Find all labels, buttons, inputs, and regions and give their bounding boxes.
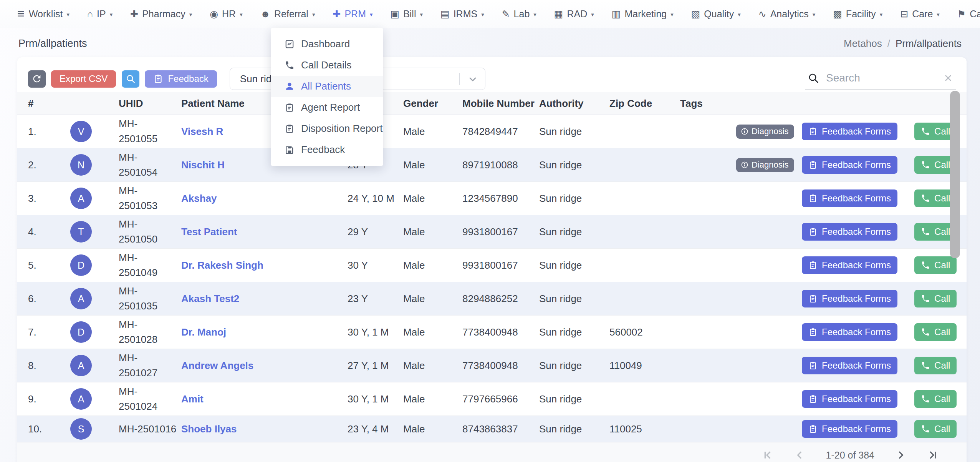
avatar: A [70, 288, 92, 309]
table-row: 6.AMH- 2501035Akash Test223 YMale8294886… [17, 282, 967, 316]
phone-icon [921, 294, 930, 303]
call-button[interactable]: Call [914, 357, 957, 374]
dashboard-chart-icon [285, 39, 295, 49]
last-page-icon[interactable] [927, 449, 939, 461]
patient-name-link[interactable]: Dr. Manoj [181, 326, 348, 338]
row-index: 9. [28, 393, 70, 405]
nav-item-referral[interactable]: ☻Referral▾ [260, 8, 315, 20]
nav-item-hr[interactable]: ◉HR▾ [210, 8, 242, 20]
search-button[interactable] [122, 70, 139, 88]
breadcrumb-root[interactable]: Metahos [844, 38, 882, 50]
feedback-forms-button[interactable]: Feedback Forms [802, 323, 897, 341]
menu-item-call-details[interactable]: Call Details [271, 55, 383, 76]
nav-item-worklist[interactable]: ≣Worklist▾ [17, 8, 70, 20]
table-row: 10.SMH-2501016Shoeb Ilyas23 Y, 4 MMale87… [17, 416, 967, 442]
gender-cell: Male [403, 126, 462, 138]
row-index: 4. [28, 226, 70, 238]
refresh-button[interactable] [28, 70, 46, 88]
close-icon[interactable] [943, 73, 954, 83]
nav-item-care[interactable]: ⊟Care▾ [900, 8, 940, 20]
nav-item-lab[interactable]: ✎Lab▾ [502, 8, 536, 20]
first-page-icon[interactable] [761, 449, 774, 461]
next-page-icon[interactable] [894, 449, 907, 461]
patient-name-link[interactable]: Amit [181, 393, 348, 405]
uhid-cell: MH- 2501049 [119, 250, 181, 280]
info-icon [741, 161, 748, 169]
row-actions: Feedback FormsCall [795, 290, 949, 307]
export-csv-button[interactable]: Export CSV [51, 70, 116, 88]
phone-icon [921, 327, 930, 337]
feedback-forms-button[interactable]: Feedback Forms [802, 390, 897, 408]
search-input[interactable] [826, 72, 936, 84]
table-row: 7.DMH- 2501028Dr. Manoj30 Y, 1 MMale7738… [17, 316, 967, 349]
age-cell: 30 Y, 1 M [348, 393, 403, 405]
worklist-icon: ≣ [17, 9, 25, 19]
patient-name-link[interactable]: Shoeb Ilyas [181, 423, 348, 435]
mobile-cell: 7738400948 [462, 360, 539, 372]
call-button[interactable]: Call [914, 323, 957, 341]
table-searchbox [805, 68, 956, 90]
nav-item-facility[interactable]: ▩Facility▾ [833, 8, 882, 20]
vertical-scrollbar-thumb[interactable] [950, 91, 960, 258]
feedback-forms-button[interactable]: Feedback Forms [802, 357, 897, 374]
uhid-cell: MH-2501016 [119, 422, 181, 437]
avatar-cell: D [70, 321, 119, 343]
menu-item-label: Feedback [301, 144, 345, 156]
caret-down-icon: ▾ [937, 10, 940, 18]
nav-item-irms[interactable]: ▤IRMS▾ [440, 8, 484, 20]
nav-item-bill[interactable]: ▣Bill▾ [391, 8, 423, 20]
uhid-cell: MH- 2501035 [119, 284, 181, 314]
call-button[interactable]: Call [914, 390, 957, 408]
feedback-button[interactable]: Feedback [145, 70, 217, 88]
zip-cell: 110049 [609, 360, 680, 372]
nav-item-analytics[interactable]: ∿Analytics▾ [758, 8, 816, 20]
nav-item-rad[interactable]: ▦RAD▾ [554, 8, 594, 20]
call-button[interactable]: Call [914, 420, 957, 438]
previous-page-icon[interactable] [794, 449, 806, 461]
authority-cell: Sun ridge [539, 159, 609, 171]
table-row: 2.NMH- 2501054Nischit H28 YMale897191008… [17, 148, 967, 182]
call-label: Call [934, 293, 950, 304]
bill-icon: ▣ [391, 9, 400, 19]
feedback-forms-button[interactable]: Feedback Forms [802, 290, 897, 307]
nav-item-quality[interactable]: ▧Quality▾ [691, 8, 741, 20]
patient-name-link[interactable]: Akshay [181, 193, 348, 204]
feedback-forms-button[interactable]: Feedback Forms [802, 189, 897, 207]
nav-item-pharmacy[interactable]: ✚Pharmacy▾ [130, 8, 192, 20]
breadcrumb: Metahos / Prm/allpatients [844, 38, 962, 50]
menu-item-feedback[interactable]: Feedback [271, 139, 383, 160]
feedback-forms-button[interactable]: Feedback Forms [802, 156, 897, 174]
patient-name-link[interactable]: Akash Test2 [181, 293, 348, 305]
feedback-forms-button[interactable]: Feedback Forms [802, 123, 897, 140]
menu-item-agent-report[interactable]: Agent Report [271, 97, 383, 118]
feedback-button-label: Feedback [168, 73, 208, 84]
menu-item-disposition-report[interactable]: Disposition Report [271, 118, 383, 139]
menu-item-all-patients[interactable]: All Patients [271, 76, 383, 97]
patient-name-link[interactable]: Dr. Rakesh Singh [181, 259, 348, 271]
feedback-forms-button[interactable]: Feedback Forms [802, 223, 897, 241]
column-header: Gender [403, 98, 462, 110]
avatar: D [70, 321, 92, 343]
avatar-cell: A [70, 188, 119, 209]
chevron-down-icon[interactable] [467, 74, 478, 87]
call-button[interactable]: Call [914, 290, 957, 307]
mobile-cell: 7738400948 [462, 326, 539, 338]
nav-item-label: Pharmacy [142, 8, 185, 20]
avatar: T [70, 221, 92, 243]
nav-item-ip[interactable]: ⌂IP▾ [87, 8, 113, 20]
save-icon [285, 145, 295, 155]
menu-item-dashboard[interactable]: Dashboard [271, 33, 383, 55]
feedback-forms-button[interactable]: Feedback Forms [802, 256, 897, 274]
feedback-forms-button[interactable]: Feedback Forms [802, 420, 897, 438]
patient-name-link[interactable]: Andrew Angels [181, 360, 348, 372]
nav-item-label: IRMS [454, 8, 478, 20]
avatar: D [70, 254, 92, 276]
clipboard-icon [808, 424, 818, 434]
nav-item-prm[interactable]: ✚PRM▾ [333, 8, 372, 20]
mobile-cell: 7842849447 [462, 126, 539, 138]
avatar-cell: N [70, 154, 119, 176]
nav-item-camps[interactable]: ⚑Camps▾ [957, 8, 980, 20]
patient-name-link[interactable]: Test Patient [181, 226, 348, 238]
call-button[interactable]: Call [914, 256, 957, 274]
nav-item-marketing[interactable]: ▥Marketing▾ [612, 8, 674, 20]
